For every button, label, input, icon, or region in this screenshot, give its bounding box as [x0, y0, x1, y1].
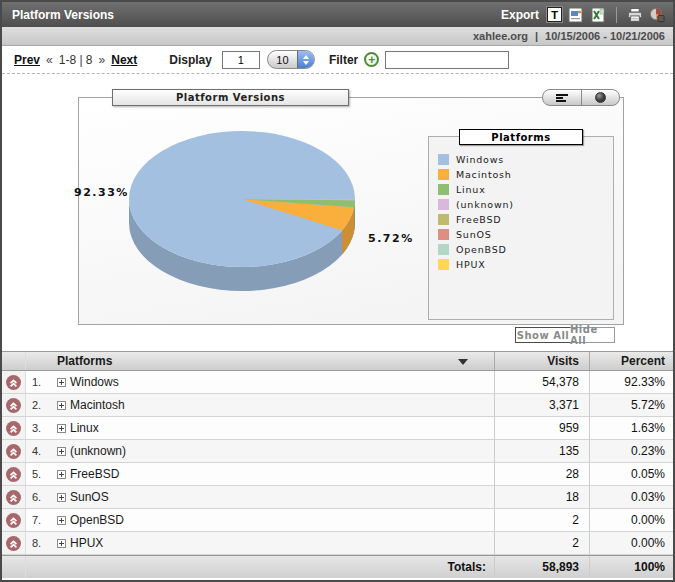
expand-plus-icon[interactable] [57, 470, 66, 479]
column-header-platforms[interactable]: Platforms [52, 352, 494, 370]
table-row: 5. FreeBSD 28 0.05% [2, 463, 673, 486]
row-percent: 92.33% [589, 371, 673, 393]
legend-item[interactable]: (unknown) [438, 197, 613, 212]
legend-item[interactable]: FreeBSD [438, 212, 613, 227]
next-link[interactable]: Next [111, 53, 137, 67]
page-title: Platform Versions [12, 8, 114, 22]
excel-export-icon[interactable] [590, 7, 606, 23]
platforms-header-label: Platforms [57, 354, 112, 368]
jump-top-icon[interactable] [6, 444, 21, 459]
expand-plus-icon[interactable] [57, 516, 66, 525]
jump-top-icon[interactable] [6, 513, 21, 528]
chart-export-icon[interactable] [649, 7, 665, 23]
legend-item[interactable]: Linux [438, 182, 613, 197]
legend-label: Windows [456, 154, 504, 165]
column-header-visits[interactable]: Visits [494, 352, 589, 370]
bottom-strip [2, 578, 673, 580]
legend-item[interactable]: OpenBSD [438, 242, 613, 257]
totals-rank [26, 556, 52, 578]
platform-name: (unknown) [70, 444, 126, 458]
pie-slice-label-macintosh: 5.72% [368, 232, 414, 245]
jump-top-icon[interactable] [6, 490, 21, 505]
legend-label: OpenBSD [456, 244, 507, 255]
row-percent: 5.72% [589, 394, 673, 416]
row-percent: 0.00% [589, 509, 673, 531]
legend-item[interactable]: Macintosh [438, 167, 613, 182]
stepper-arrows-icon[interactable] [297, 51, 314, 68]
legend-swatch-icon [438, 214, 449, 225]
jump-top-icon[interactable] [6, 467, 21, 482]
row-rank: 8. [26, 532, 52, 554]
expand-plus-icon[interactable] [57, 401, 66, 410]
totals-strip [2, 556, 26, 578]
row-visits: 54,378 [494, 371, 589, 393]
row-rank: 4. [26, 440, 52, 462]
export-icons: T [547, 7, 665, 23]
legend-item[interactable]: Windows [438, 152, 613, 167]
legend-item[interactable]: SunOS [438, 227, 613, 242]
row-rank: 2. [26, 394, 52, 416]
row-percent: 0.03% [589, 486, 673, 508]
row-rank: 1. [26, 371, 52, 393]
prev-link[interactable]: Prev [14, 53, 40, 67]
chart-view-toggle [542, 89, 620, 106]
row-visits: 135 [494, 440, 589, 462]
platform-name: HPUX [70, 536, 103, 550]
expand-plus-icon[interactable] [57, 447, 66, 456]
show-all-button[interactable]: Show All [515, 327, 571, 343]
table-row: 4. (unknown) 135 0.23% [2, 440, 673, 463]
bar-view-button[interactable] [543, 90, 581, 105]
fast-next-icon[interactable]: » [99, 53, 106, 67]
row-visits: 2 [494, 532, 589, 554]
title-bar: Platform Versions Export T [2, 2, 673, 27]
column-header-percent[interactable]: Percent [589, 352, 673, 370]
header-rank [26, 352, 52, 370]
page-range: 1-8 | 8 [59, 53, 93, 67]
row-visits: 3,371 [494, 394, 589, 416]
pie-view-button[interactable] [581, 90, 620, 105]
platform-name: FreeBSD [70, 467, 119, 481]
header-strip [2, 352, 26, 370]
row-percent: 0.23% [589, 440, 673, 462]
table-row: 6. SunOS 18 0.03% [2, 486, 673, 509]
add-filter-icon[interactable]: + [364, 52, 379, 67]
jump-top-icon[interactable] [6, 398, 21, 413]
legend-swatch-icon [438, 244, 449, 255]
text-export-icon[interactable]: T [547, 7, 562, 22]
row-rank: 3. [26, 417, 52, 439]
pagination-bar: Prev « 1-8 | 8 » Next Display 10 Filter … [2, 46, 673, 74]
display-page-input[interactable] [222, 51, 260, 69]
image-export-icon[interactable] [568, 7, 584, 23]
sort-descending-icon[interactable] [458, 359, 468, 365]
legend-swatch-icon [438, 199, 449, 210]
expand-plus-icon[interactable] [57, 493, 66, 502]
print-icon[interactable] [627, 7, 643, 23]
filter-input[interactable] [385, 51, 509, 69]
legend-label: HPUX [456, 259, 486, 270]
row-percent: 0.05% [589, 463, 673, 485]
per-page-stepper[interactable]: 10 [267, 50, 315, 69]
jump-top-icon[interactable] [6, 375, 21, 390]
row-visits: 959 [494, 417, 589, 439]
platform-versions-panel: Platform Versions Export T xahlee.org | … [0, 0, 675, 582]
table-header: Platforms Visits Percent [2, 351, 673, 371]
expand-plus-icon[interactable] [57, 424, 66, 433]
jump-top-icon[interactable] [6, 421, 21, 436]
legend-swatch-icon [438, 154, 449, 165]
legend: WindowsMacintoshLinux(unknown)FreeBSDSun… [428, 136, 614, 320]
site-name: xahlee.org [473, 30, 528, 42]
row-rank: 6. [26, 486, 52, 508]
hide-all-button[interactable]: Hide All [570, 327, 615, 343]
chart-title-tab: Platform Versions [112, 89, 349, 106]
pie-slice-label-windows: 92.33% [74, 186, 129, 199]
platform-name: Macintosh [70, 398, 125, 412]
display-label: Display [169, 53, 212, 67]
bar-chart-icon [556, 94, 568, 102]
fast-prev-icon[interactable]: « [46, 53, 53, 67]
legend-item[interactable]: HPUX [438, 257, 613, 272]
jump-top-icon[interactable] [6, 536, 21, 551]
table-row: 3. Linux 959 1.63% [2, 417, 673, 440]
row-rank: 7. [26, 509, 52, 531]
expand-plus-icon[interactable] [57, 539, 66, 548]
expand-plus-icon[interactable] [57, 378, 66, 387]
